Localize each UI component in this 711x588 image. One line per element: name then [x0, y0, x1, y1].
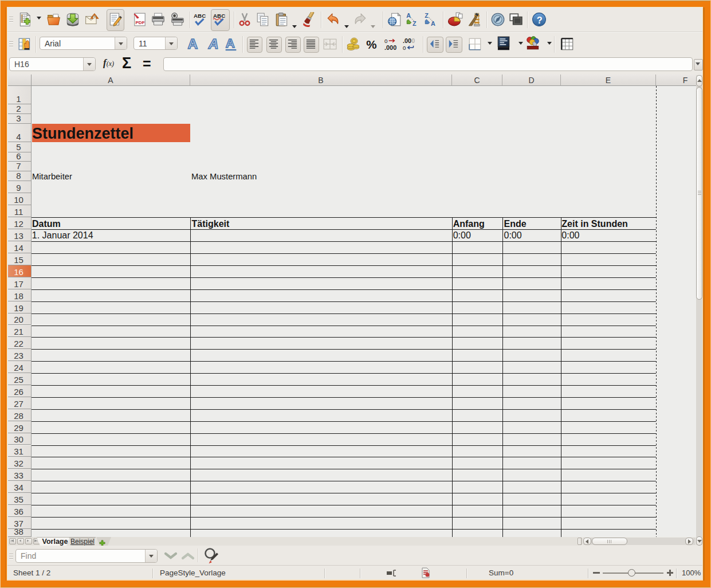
svg-text:A: A — [226, 36, 235, 50]
svg-text:A: A — [208, 36, 219, 52]
svg-text:ABC: ABC — [194, 13, 206, 19]
svg-text:%: % — [366, 38, 376, 51]
svg-text:PDF: PDF — [135, 20, 144, 25]
svg-text:Z: Z — [425, 12, 429, 19]
svg-text:.00: .00 — [403, 37, 411, 44]
svg-text:Z: Z — [413, 20, 417, 27]
svg-text:0: 0 — [384, 38, 388, 44]
svg-text:?: ? — [537, 15, 543, 25]
svg-text:ABC: ABC — [213, 13, 225, 19]
svg-text:A: A — [406, 12, 411, 19]
svg-text:0: 0 — [403, 45, 406, 51]
svg-text:A: A — [431, 20, 435, 27]
svg-text:A: A — [188, 36, 198, 52]
svg-text:.000: .000 — [384, 44, 396, 51]
svg-text:0: 0 — [411, 37, 415, 44]
